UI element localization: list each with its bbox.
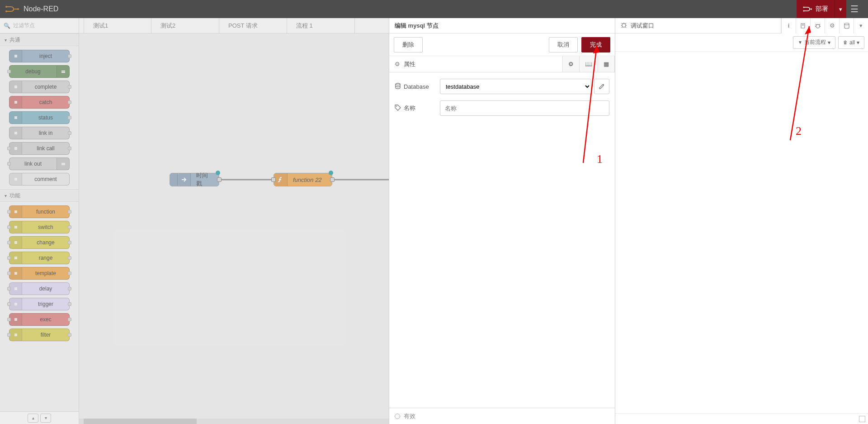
collapse-all-button[interactable]: ▴ [28, 414, 38, 423]
category-title: 共通 [9, 36, 20, 44]
tab-info-button[interactable]: i [781, 18, 796, 33]
svg-point-28 [396, 106, 397, 107]
filter-icon [9, 329, 22, 341]
gear-icon: ⚙ [395, 61, 400, 67]
output-port [68, 116, 71, 119]
output-port [68, 131, 71, 135]
expand-all-button[interactable]: ▾ [40, 414, 51, 423]
svg-point-31 [844, 23, 849, 25]
svg-rect-10 [14, 101, 17, 104]
deploy-dropdown-button[interactable]: ▾ [835, 0, 846, 18]
output-port [68, 241, 71, 244]
svg-point-29 [622, 24, 626, 27]
output-port [68, 85, 71, 89]
category-header[interactable]: ▾功能 [0, 189, 79, 202]
svg-rect-16 [14, 178, 17, 181]
tab-more-button[interactable]: ▾ [854, 18, 868, 33]
palette-footer: ▴ ▾ [0, 411, 79, 424]
input-port [7, 70, 11, 73]
output-port[interactable] [330, 177, 335, 182]
palette-node-range[interactable]: range [9, 252, 70, 264]
tab-context-button[interactable] [839, 18, 854, 33]
svg-point-4 [803, 10, 805, 12]
palette-node-catch[interactable]: catch [9, 96, 70, 109]
svg-point-5 [811, 9, 812, 10]
link-right-icon [57, 158, 69, 170]
cancel-button[interactable]: 取消 [549, 37, 578, 52]
scroll-thumb[interactable] [84, 419, 197, 424]
tab-description[interactable]: 📖 [580, 56, 598, 72]
palette-node-label: function [22, 209, 69, 215]
link-icon [9, 127, 22, 139]
horizontal-scrollbar[interactable] [79, 419, 389, 424]
open-window-button[interactable] [859, 416, 865, 422]
palette-node-status[interactable]: status [9, 111, 70, 124]
workspace-tab[interactable]: 测试2 [151, 18, 219, 33]
tab-config-button[interactable]: ⚙ [825, 18, 839, 33]
sidebar-tab-debug[interactable]: 调试窗口 [615, 18, 781, 33]
tab-help-button[interactable] [796, 18, 810, 33]
workspace-tab[interactable]: POST 请求 [219, 18, 287, 33]
tab-appearance[interactable]: ▦ [598, 56, 615, 72]
svg-rect-23 [14, 303, 17, 305]
palette-node-link-call[interactable]: link call [9, 142, 70, 155]
inject-node[interactable]: 时间戳 [170, 173, 219, 186]
palette-node-switch[interactable]: switch [9, 221, 70, 233]
chevron-down-icon: ▾ [5, 38, 7, 43]
svg-point-3 [803, 7, 805, 8]
palette-node-delay[interactable]: delay [9, 282, 70, 295]
palette-node-label: catch [22, 99, 69, 105]
output-port [68, 225, 71, 229]
palette-node-inject[interactable]: inject [9, 50, 70, 62]
palette-node-label: inject [22, 53, 69, 59]
svg-rect-8 [61, 72, 65, 73]
clear-all-button[interactable]: 🗑 all ▾ [838, 36, 864, 49]
tab-debug-button[interactable] [810, 18, 825, 33]
filter-flow-button[interactable]: ▼ 当前流程 ▾ [793, 36, 835, 49]
logo-icon [5, 5, 19, 13]
input-port[interactable] [271, 177, 276, 182]
category-header[interactable]: ▾共通 [0, 33, 79, 46]
range-icon [9, 252, 22, 264]
palette-search[interactable]: 🔍 过滤节点 [0, 18, 79, 33]
done-button[interactable]: 完成 [581, 37, 610, 52]
palette-node-comment[interactable]: comment [9, 173, 70, 186]
palette-node-complete[interactable]: complete [9, 81, 70, 93]
palette-node-exec[interactable]: exec [9, 313, 70, 326]
palette-node-label: complete [22, 84, 69, 90]
svg-rect-25 [14, 333, 17, 336]
function-node[interactable]: function 22 [274, 173, 332, 186]
tab-properties[interactable]: ⚙ 属性 [389, 56, 563, 72]
palette-node-link-in[interactable]: link in [9, 127, 70, 139]
gear-icon [9, 314, 22, 325]
workspace-tab[interactable]: 流程 1 [287, 18, 355, 33]
svg-rect-15 [61, 164, 65, 165]
template-icon [9, 267, 22, 279]
edit-footer[interactable]: 有效 [389, 408, 615, 424]
name-field[interactable] [440, 100, 609, 116]
deploy-button[interactable]: 部署 [797, 0, 835, 18]
palette-node-change[interactable]: change [9, 236, 70, 249]
svg-rect-6 [14, 55, 17, 57]
palette-node-label: trigger [22, 301, 69, 307]
delete-button[interactable]: 删除 [394, 37, 423, 52]
palette-node-label: comment [22, 176, 69, 182]
main-menu-button[interactable]: ☰ [846, 0, 863, 18]
palette-node-function[interactable]: function [9, 205, 70, 218]
tab-settings[interactable]: ⚙ [563, 56, 580, 72]
workspace-tab[interactable]: 测试1 [84, 18, 151, 33]
palette-node-link-out[interactable]: link out [9, 157, 70, 170]
output-port[interactable] [217, 177, 222, 182]
palette-node-trigger[interactable]: trigger [9, 298, 70, 310]
edit-config-button[interactable] [594, 79, 609, 94]
palette-node-filter[interactable]: filter [9, 329, 70, 341]
deploy-icon [803, 6, 812, 12]
palette-node-template[interactable]: template [9, 267, 70, 280]
flow-canvas[interactable]: 时间戳 function 22 mysql [79, 33, 389, 424]
palette-node-label: template [22, 270, 69, 276]
database-select[interactable]: testdatabase [440, 79, 591, 94]
input-port [7, 287, 11, 291]
excl-icon [9, 81, 22, 93]
palette-node-debug[interactable]: debug [9, 65, 70, 78]
palette-node-label: range [22, 255, 69, 261]
